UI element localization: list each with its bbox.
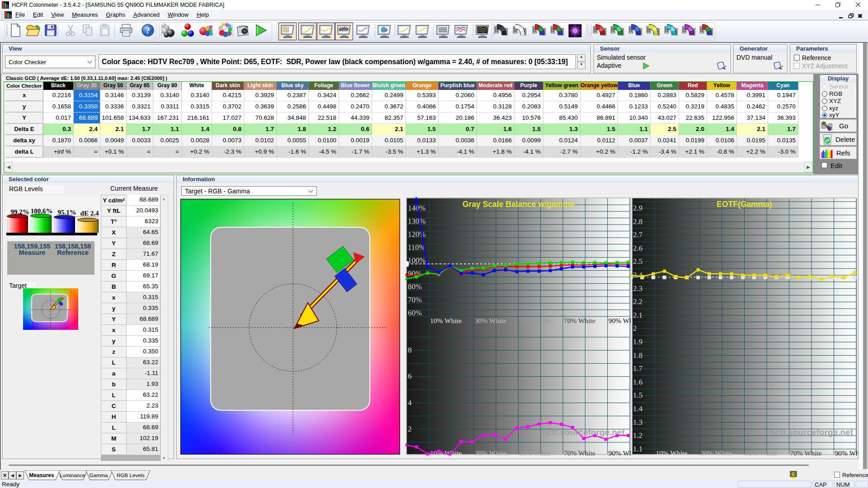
svg-text:1.4: 1.4 <box>633 404 643 413</box>
svg-text:60%: 60% <box>408 309 422 317</box>
svg-text:2.3: 2.3 <box>633 284 642 293</box>
svg-text:50% White: 50% White <box>519 449 551 455</box>
svg-text:Measures: Measures <box>29 472 54 479</box>
svg-text:70% White: 70% White <box>790 449 822 455</box>
svg-text:1.2: 1.2 <box>633 431 642 440</box>
svg-text:30% White: 30% White <box>475 449 506 455</box>
svg-text:hcfr.sourceforge.net: hcfr.sourceforge.net <box>542 427 625 437</box>
svg-text:1.9: 1.9 <box>633 338 642 346</box>
svg-text:10% White: 10% White <box>430 317 462 324</box>
svg-text:100%: 100% <box>408 256 426 265</box>
svg-text:hcfr.sourceforge.net: hcfr.sourceforge.net <box>770 427 853 437</box>
svg-text:8: 8 <box>408 346 412 354</box>
svg-text:Gray Scale Balance w/gamma: Gray Scale Balance w/gamma <box>462 200 574 209</box>
svg-text:1.3: 1.3 <box>633 418 642 427</box>
svg-text:6: 6 <box>408 372 412 380</box>
svg-text:70% White: 70% White <box>564 317 595 324</box>
svg-text:90%: 90% <box>408 269 422 278</box>
svg-text:110%: 110% <box>408 243 425 252</box>
svg-text:70% White: 70% White <box>564 449 595 455</box>
svg-text:2.7: 2.7 <box>633 230 643 239</box>
svg-text:80%: 80% <box>408 282 422 291</box>
svg-text:130%: 130% <box>408 217 426 225</box>
svg-text:2.1: 2.1 <box>633 311 642 319</box>
svg-text:2: 2 <box>408 425 412 433</box>
svg-text:2.8: 2.8 <box>633 217 642 226</box>
svg-text:2.9: 2.9 <box>633 204 642 212</box>
svg-text:30% White: 30% White <box>701 449 732 455</box>
svg-text:RGB Levels: RGB Levels <box>117 473 145 478</box>
svg-text:1.1: 1.1 <box>633 445 642 453</box>
svg-text:50% White: 50% White <box>745 449 777 455</box>
svg-text:?: ? <box>146 26 150 35</box>
svg-text:1.5: 1.5 <box>633 391 642 399</box>
svg-text:2.6: 2.6 <box>633 244 642 253</box>
svg-text:2.2: 2.2 <box>633 297 642 306</box>
svg-text:90% Wh: 90% Wh <box>835 449 859 455</box>
svg-text:90% Wh: 90% Wh <box>609 317 631 324</box>
svg-text:Luminance: Luminance <box>60 473 85 478</box>
svg-text:Gamma: Gamma <box>90 473 108 478</box>
svg-text:EOTF(Gamma): EOTF(Gamma) <box>717 200 772 209</box>
svg-text:2: 2 <box>633 324 637 333</box>
svg-text:50% White: 50% White <box>519 317 551 324</box>
svg-text:90% Wh: 90% Wh <box>609 449 631 455</box>
svg-text:1.6: 1.6 <box>633 378 642 386</box>
svg-text:1.8: 1.8 <box>633 351 642 360</box>
svg-text:1.7: 1.7 <box>633 364 643 373</box>
svg-text:2.5: 2.5 <box>633 257 642 266</box>
svg-text:30% White: 30% White <box>475 317 506 324</box>
svg-text:70%: 70% <box>408 296 422 304</box>
svg-text:10% White: 10% White <box>656 449 688 455</box>
svg-text:4: 4 <box>408 399 412 407</box>
